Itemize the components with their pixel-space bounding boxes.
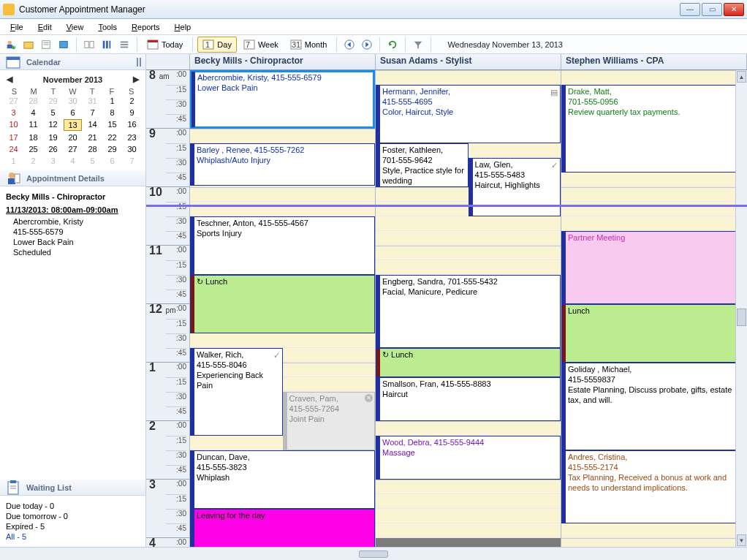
column-header-2[interactable]: Stephen Williams - CPA	[561, 54, 747, 69]
minical-day[interactable]: 21	[83, 132, 102, 143]
appointment-s3[interactable]: Engberg, Sandra, 701-555-5432Facial, Man…	[376, 275, 561, 348]
minical-day[interactable]: 9	[123, 107, 141, 118]
minical-day[interactable]: 1	[4, 156, 23, 166]
appointment-b2[interactable]: Teschner, Anton, 415-555-4567Sports Inju…	[190, 216, 375, 275]
hscroll-thumb[interactable]	[359, 550, 388, 558]
bottom-scrollbar[interactable]	[0, 547, 747, 560]
scroll-up-icon[interactable]: ▲	[737, 71, 746, 83]
minical-day[interactable]: 27	[4, 96, 23, 106]
panel-collapse-icon[interactable]	[137, 58, 141, 67]
minical-day[interactable]: 26	[44, 144, 62, 154]
scroll-thumb[interactable]	[737, 309, 746, 326]
appointment-p1[interactable]: Partner Meeting	[561, 231, 746, 304]
waiting-all-link[interactable]: All - 5	[6, 532, 140, 541]
appointment-p2[interactable]: Lunch	[561, 304, 746, 363]
menu-tools[interactable]: Tools	[92, 21, 123, 33]
menu-file[interactable]: File	[4, 21, 29, 33]
waiting-list-header[interactable]: Waiting List	[0, 480, 145, 496]
minical-day[interactable]: 27	[64, 144, 82, 154]
minical-day[interactable]: 10	[4, 119, 23, 131]
appointment-b0[interactable]: Abercrombie, Kristy, 415-555-6579Lower B…	[190, 70, 375, 129]
minical-day[interactable]: 28	[24, 96, 42, 106]
minical-day[interactable]: 25	[24, 144, 42, 154]
schedule-col-stephen[interactable]: Drake, Matt,701-555-0956Review quarterly…	[561, 70, 747, 547]
minimize-button[interactable]: —	[680, 3, 700, 16]
schedule-col-becky[interactable]: Abercrombie, Kristy, 415-555-6579Lower B…	[190, 70, 376, 547]
appointment-p3[interactable]: Goliday , Michael,415-5559837Estate Plan…	[561, 363, 746, 450]
menu-reports[interactable]: Reports	[126, 21, 166, 33]
tool-new-person-icon[interactable]: +	[3, 37, 19, 53]
column-header-1[interactable]: Susan Adams - Stylist	[376, 54, 561, 69]
close-icon[interactable]: ×	[365, 394, 373, 402]
minical-day[interactable]: 23	[123, 132, 141, 143]
minical-day[interactable]: 24	[4, 144, 23, 154]
tool-contacts-icon[interactable]	[56, 37, 72, 53]
appointment-s5[interactable]: Smallson, Fran, 415-555-8883Haircut	[376, 377, 561, 421]
tool-filter-icon[interactable]	[410, 37, 426, 53]
minical-day[interactable]: 20	[64, 132, 82, 143]
minical-day[interactable]: 5	[83, 156, 102, 166]
tool-day[interactable]: 1 Day	[197, 37, 237, 53]
minical-day[interactable]: 19	[44, 132, 62, 143]
minical-day[interactable]: 15	[103, 119, 121, 131]
minical-prev[interactable]: ◀	[4, 75, 15, 84]
tool-today[interactable]: Today	[142, 37, 188, 53]
appointment-b3[interactable]: ↻ Lunch	[190, 275, 375, 333]
minical-day[interactable]: 8	[103, 107, 121, 118]
minical-day[interactable]: 18	[24, 132, 42, 143]
vertical-scrollbar[interactable]: ▲ ▼	[735, 70, 747, 547]
minical-day[interactable]: 29	[44, 96, 62, 106]
tool-month[interactable]: 31 Month	[285, 37, 333, 53]
minical-day[interactable]: 12	[44, 119, 62, 131]
minical-day[interactable]: 7	[123, 156, 141, 166]
minical-day[interactable]: 30	[123, 144, 141, 154]
scroll-down-icon[interactable]: ▼	[737, 534, 746, 546]
tool-note-icon[interactable]	[38, 37, 54, 53]
minical-next[interactable]: ▶	[131, 75, 141, 84]
appointment-b6[interactable]: Duncan, Dave,415-555-3823Whiplash	[190, 450, 375, 509]
schedule-col-susan[interactable]: Hermann, Jennifer,415-555-4695Color, Hai…	[376, 70, 561, 547]
minical-day[interactable]: 11	[24, 119, 42, 131]
tool-prev-icon[interactable]	[341, 37, 357, 53]
appointment-p0[interactable]: Drake, Matt,701-555-0956Review quarterly…	[561, 85, 746, 173]
appointment-s6[interactable]: Wood, Debra, 415-555-9444Massage	[376, 436, 561, 480]
minical-day[interactable]: 2	[24, 156, 42, 166]
appointment-b5[interactable]: Craven, Pam,415-555-7264Joint Pain×	[283, 392, 376, 450]
minical-day[interactable]: 3	[4, 107, 23, 118]
minical-day[interactable]: 7	[83, 107, 102, 118]
minical-day[interactable]: 17	[4, 132, 23, 143]
tool-open-icon[interactable]	[20, 37, 37, 53]
minical-day[interactable]: 1	[103, 96, 121, 106]
minical-day[interactable]: 2	[123, 96, 141, 106]
tool-refresh-icon[interactable]	[384, 37, 401, 53]
minical-day[interactable]: 4	[64, 156, 82, 166]
column-header-0[interactable]: Becky Mills - Chiropractor	[190, 54, 376, 69]
minical-day[interactable]: 16	[123, 119, 141, 131]
appointment-b7[interactable]: Leaving for the day	[190, 509, 375, 547]
appointment-p4[interactable]: Andres, Cristina,415-555-2174Tax Plannin…	[561, 450, 746, 523]
minical-day[interactable]: 28	[83, 144, 102, 154]
appointment-s1[interactable]: Foster, Kathleen,701-555-9642Style, Prac…	[376, 143, 469, 187]
close-button[interactable]: ✕	[724, 3, 744, 16]
minical-day[interactable]: 3	[44, 156, 62, 166]
appointment-s2[interactable]: Law, Glen,415-555-5483Haircut, Highlight…	[469, 158, 561, 216]
calendar-panel-header[interactable]: Calendar	[0, 54, 145, 70]
minical-day[interactable]: 22	[103, 132, 121, 143]
minical-day[interactable]: 6	[64, 107, 82, 118]
tool-multi-icon[interactable]	[81, 37, 97, 53]
minical-day[interactable]: 4	[24, 107, 42, 118]
appointment-b4[interactable]: Walker, Rich,415-555-8046Experiencing Ba…	[190, 348, 283, 436]
tool-week[interactable]: 7 Week	[238, 37, 284, 53]
menu-help[interactable]: Help	[169, 21, 197, 33]
maximize-button[interactable]: ▭	[702, 3, 722, 16]
minical-day[interactable]: 13	[64, 119, 82, 131]
menu-edit[interactable]: Edit	[32, 21, 58, 33]
appointment-b1[interactable]: Barley , Renee, 415-555-7262Whiplash/Aut…	[190, 143, 375, 186]
appointment-s4[interactable]: ↻ Lunch	[376, 348, 561, 377]
minical-day[interactable]: 14	[83, 119, 102, 131]
appointment-s0[interactable]: Hermann, Jennifer,415-555-4695Color, Hai…	[376, 85, 561, 143]
minical-day[interactable]: 31	[83, 96, 102, 106]
appt-details-header[interactable]: Appointment Details	[0, 170, 145, 186]
tool-list-icon[interactable]	[116, 37, 132, 53]
tool-next-icon[interactable]	[359, 37, 375, 53]
